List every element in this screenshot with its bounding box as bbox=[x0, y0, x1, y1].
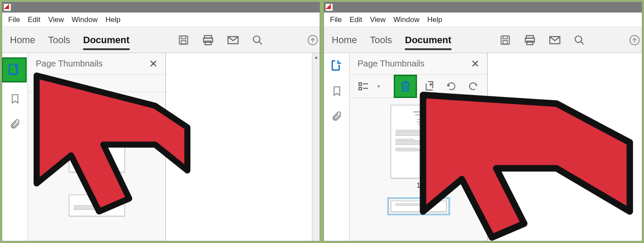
app-icon bbox=[326, 4, 333, 11]
bookmark-icon[interactable] bbox=[328, 82, 345, 100]
save-icon[interactable] bbox=[500, 32, 511, 48]
thumbnails-list: ━━━━━━━━ ━━━━━ ━━━━━━━━━ bbox=[28, 92, 165, 241]
thumbnails-toolbar bbox=[28, 75, 165, 92]
upload-icon[interactable] bbox=[629, 32, 640, 48]
menu-edit[interactable]: Edit bbox=[28, 16, 40, 24]
tab-document[interactable]: Document bbox=[405, 35, 451, 50]
menubar: File Edit View Window Help bbox=[324, 13, 642, 27]
insert-page-icon[interactable] bbox=[422, 78, 439, 95]
titlebar bbox=[2, 2, 320, 13]
document-area bbox=[488, 53, 642, 241]
menu-view[interactable]: View bbox=[370, 16, 386, 24]
rotate-cw-icon[interactable] bbox=[465, 78, 481, 95]
thumbnails-header: Page Thumbnails ✕ bbox=[350, 53, 487, 75]
menu-view[interactable]: View bbox=[48, 16, 64, 24]
tab-tools[interactable]: Tools bbox=[48, 35, 70, 46]
upload-icon[interactable] bbox=[307, 32, 318, 48]
svg-rect-10 bbox=[503, 36, 507, 39]
app-icon bbox=[4, 4, 11, 11]
tab-tools[interactable]: Tools bbox=[370, 35, 392, 46]
thumbnails-title: Page Thumbnails bbox=[36, 59, 103, 69]
left-rail bbox=[324, 53, 350, 241]
save-icon[interactable] bbox=[178, 32, 189, 48]
svg-rect-19 bbox=[359, 87, 361, 90]
svg-point-16 bbox=[575, 36, 582, 42]
delete-page-button[interactable] bbox=[394, 75, 417, 98]
attachment-icon[interactable] bbox=[6, 115, 24, 133]
thumbnail-page-1[interactable]: ━━━━━━━━ ━━━━━ ━━━━━━━━━ bbox=[69, 99, 125, 172]
menu-help[interactable]: Help bbox=[427, 16, 442, 24]
window-right: File Edit View Window Help Home Tools Do… bbox=[324, 2, 642, 241]
scrollbar[interactable]: ▴ bbox=[312, 53, 320, 241]
thumbnails-header: Page Thumbnails ✕ bbox=[28, 53, 165, 75]
tab-document[interactable]: Document bbox=[83, 35, 130, 50]
mail-icon[interactable] bbox=[227, 32, 239, 48]
print-icon[interactable] bbox=[202, 32, 214, 48]
thumbnail-label-1: 1 bbox=[95, 176, 99, 183]
window-left: File Edit View Window Help Home Tools Do… bbox=[2, 2, 320, 241]
menu-help[interactable]: Help bbox=[106, 16, 121, 24]
svg-rect-18 bbox=[359, 82, 361, 85]
svg-rect-2 bbox=[181, 41, 186, 44]
options-icon[interactable] bbox=[356, 78, 372, 95]
dropdown-icon[interactable]: ▾ bbox=[377, 83, 380, 89]
menu-window[interactable]: Window bbox=[72, 16, 97, 24]
thumbnails-panel: Page Thumbnails ✕ ━━━━━━━━ ━━━━━ ━━━━━━━… bbox=[28, 53, 166, 241]
close-icon[interactable]: ✕ bbox=[149, 58, 158, 70]
titlebar bbox=[324, 2, 642, 13]
search-icon[interactable] bbox=[574, 32, 585, 48]
thumbnail-page-1[interactable]: ━━━━━━━━ ━━━━━ ━━━━━━━━━ bbox=[391, 105, 447, 178]
menu-window[interactable]: Window bbox=[393, 16, 419, 24]
toolbar: Home Tools Document bbox=[2, 27, 320, 53]
tab-home[interactable]: Home bbox=[332, 35, 357, 46]
thumbnails-rail-button[interactable] bbox=[2, 57, 27, 82]
thumbnail-page-2[interactable]: ━━━━━ bbox=[69, 195, 125, 216]
svg-rect-1 bbox=[181, 36, 186, 39]
menubar: File Edit View Window Help bbox=[2, 13, 320, 27]
close-icon[interactable]: ✕ bbox=[471, 58, 479, 70]
menu-edit[interactable]: Edit bbox=[349, 16, 362, 24]
attachment-icon[interactable] bbox=[328, 107, 345, 125]
mail-icon[interactable] bbox=[549, 32, 561, 48]
thumbnails-toolbar: ▾ bbox=[350, 75, 487, 98]
menu-file[interactable]: File bbox=[8, 16, 20, 24]
thumbnails-list: ━━━━━━━━ ━━━━━ ━━━━━━━━━ bbox=[350, 98, 487, 241]
rotate-ccw-icon[interactable] bbox=[443, 78, 460, 95]
document-area: ▴ bbox=[166, 53, 320, 241]
thumbnails-title: Page Thumbnails bbox=[358, 59, 424, 69]
bookmark-icon[interactable] bbox=[6, 90, 24, 107]
thumbnail-label-1: 1 bbox=[417, 182, 420, 189]
search-icon[interactable] bbox=[252, 32, 263, 48]
menu-file[interactable]: File bbox=[330, 16, 342, 24]
thumbnail-page-2[interactable] bbox=[391, 201, 447, 212]
svg-point-7 bbox=[253, 36, 260, 42]
scroll-up-icon[interactable]: ▴ bbox=[312, 53, 320, 61]
left-rail bbox=[2, 53, 28, 241]
toolbar: Home Tools Document bbox=[324, 27, 642, 53]
svg-rect-11 bbox=[503, 41, 507, 44]
thumbnails-rail-button[interactable] bbox=[328, 57, 345, 75]
thumbnails-panel: Page Thumbnails ✕ ▾ bbox=[350, 53, 488, 241]
tab-home[interactable]: Home bbox=[10, 35, 35, 46]
print-icon[interactable] bbox=[524, 32, 536, 48]
